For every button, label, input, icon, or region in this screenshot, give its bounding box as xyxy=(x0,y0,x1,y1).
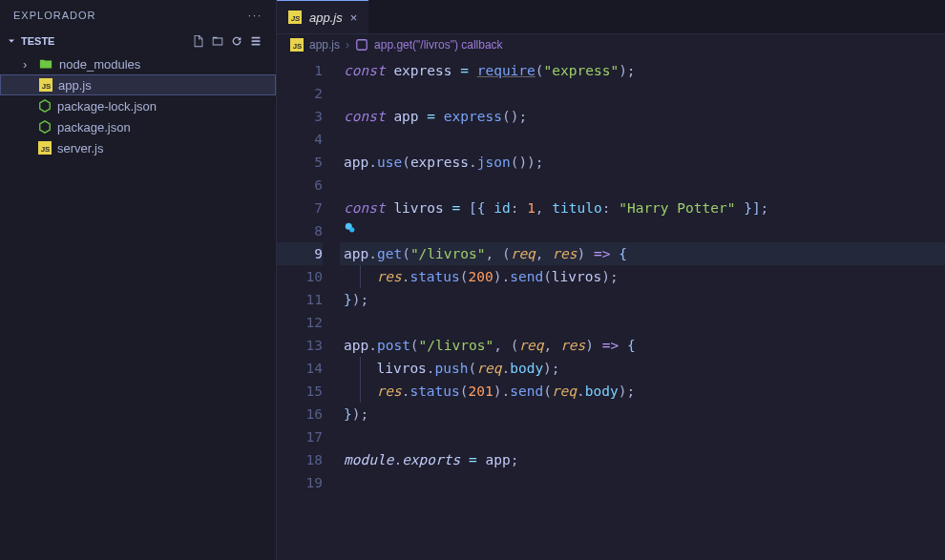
code-editor[interactable]: 1 2 3 4 5 6 7 8 9 10 11 12 13 14 15 16 1… xyxy=(277,55,945,494)
json-file-icon xyxy=(38,99,52,113)
breadcrumb-sep: › xyxy=(346,38,349,52)
refresh-icon[interactable] xyxy=(230,34,243,48)
explorer-sidebar: EXPLORADOR ··· TESTE › node_modules JS a… xyxy=(0,0,277,560)
folder-section-header[interactable]: TESTE xyxy=(0,31,276,52)
chevron-down-icon xyxy=(6,35,17,47)
folder-icon xyxy=(38,57,53,71)
tree-item-label: server.js xyxy=(57,141,103,156)
explorer-title: EXPLORADOR xyxy=(13,10,95,21)
breadcrumb-file: app.js xyxy=(309,38,340,52)
breadcrumbs[interactable]: JS app.js › app.get("/livros") callback xyxy=(277,34,945,55)
collapse-all-icon[interactable] xyxy=(249,34,262,48)
tree-file-server-js[interactable]: JS server.js xyxy=(0,137,276,158)
svg-rect-8 xyxy=(357,40,368,51)
method-icon xyxy=(355,38,368,52)
svg-text:JS: JS xyxy=(291,14,301,23)
tab-app-js[interactable]: JS app.js × xyxy=(277,0,368,33)
more-actions-icon[interactable]: ··· xyxy=(248,10,262,21)
close-icon[interactable]: × xyxy=(350,10,358,25)
folder-section-title: TESTE xyxy=(21,35,54,47)
tree-item-label: app.js xyxy=(58,78,92,93)
tree-item-label: node_modules xyxy=(59,57,140,72)
tab-label: app.js xyxy=(309,10,343,25)
tree-file-app-js[interactable]: JS app.js xyxy=(0,74,276,95)
js-file-icon: JS xyxy=(39,78,52,92)
tree-file-package-json[interactable]: package.json xyxy=(0,116,276,137)
js-file-icon: JS xyxy=(290,38,304,52)
lightbulb-icon[interactable] xyxy=(344,221,357,235)
tree-file-package-lock[interactable]: package-lock.json xyxy=(0,95,276,116)
svg-text:JS: JS xyxy=(293,42,303,51)
js-file-icon: JS xyxy=(288,10,302,24)
json-file-icon xyxy=(38,120,52,134)
tree-item-label: package-lock.json xyxy=(57,99,157,114)
code-content[interactable]: const express = require("express"); cons… xyxy=(344,59,945,494)
svg-text:JS: JS xyxy=(41,145,51,154)
explorer-actions xyxy=(192,34,270,48)
js-file-icon: JS xyxy=(38,141,52,155)
tree-folder-node-modules[interactable]: › node_modules xyxy=(0,53,276,74)
svg-point-10 xyxy=(349,227,354,232)
editor-area: JS app.js × JS app.js › app.get("/livros… xyxy=(277,0,945,560)
tab-bar: JS app.js × xyxy=(277,0,945,34)
tree-item-label: package.json xyxy=(57,120,131,135)
new-folder-icon[interactable] xyxy=(211,34,224,48)
chevron-right-icon: › xyxy=(23,57,32,72)
line-gutter: 1 2 3 4 5 6 7 8 9 10 11 12 13 14 15 16 1… xyxy=(277,59,344,494)
new-file-icon[interactable] xyxy=(192,34,205,48)
breadcrumb-symbol: app.get("/livros") callback xyxy=(374,38,503,52)
file-tree: › node_modules JS app.js package-lock.js… xyxy=(0,52,276,160)
svg-text:JS: JS xyxy=(42,82,52,91)
explorer-header: EXPLORADOR ··· xyxy=(0,0,276,31)
